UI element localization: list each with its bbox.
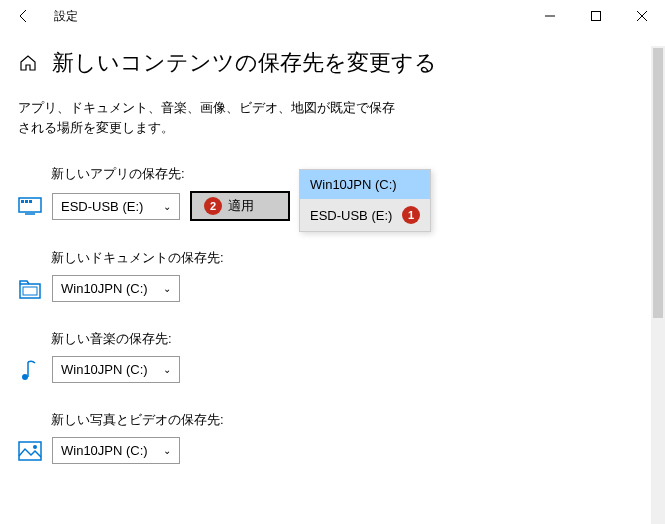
setting-photos: 新しい写真とビデオの保存先: Win10JPN (C:) ⌄ bbox=[18, 411, 647, 464]
dropdown-option[interactable]: ESD-USB (E:) 1 bbox=[300, 199, 430, 231]
svg-rect-5 bbox=[21, 200, 24, 203]
dropdown-menu: Win10JPN (C:) ESD-USB (E:) 1 bbox=[299, 169, 431, 232]
chevron-down-icon: ⌄ bbox=[163, 364, 171, 375]
setting-music: 新しい音楽の保存先: Win10JPN (C:) ⌄ bbox=[18, 330, 647, 383]
apply-label: 適用 bbox=[228, 197, 254, 215]
minimize-button[interactable] bbox=[527, 0, 573, 32]
svg-rect-7 bbox=[29, 200, 32, 203]
dropdown-option[interactable]: Win10JPN (C:) bbox=[300, 170, 430, 199]
home-icon[interactable] bbox=[18, 53, 38, 73]
page-header: 新しいコンテンツの保存先を変更する bbox=[0, 32, 665, 86]
documents-icon bbox=[18, 277, 42, 301]
option-label: ESD-USB (E:) bbox=[310, 208, 392, 223]
option-label: Win10JPN (C:) bbox=[310, 177, 397, 192]
apps-icon bbox=[18, 194, 42, 218]
content-area: アプリ、ドキュメント、音楽、画像、ビデオ、地図が既定で保存される場所を変更します… bbox=[0, 86, 665, 464]
scrollbar-thumb[interactable] bbox=[653, 48, 663, 318]
setting-label: 新しいドキュメントの保存先: bbox=[51, 249, 647, 267]
svg-rect-1 bbox=[592, 12, 601, 21]
chevron-down-icon: ⌄ bbox=[163, 283, 171, 294]
chevron-down-icon: ⌄ bbox=[163, 201, 171, 212]
music-icon bbox=[18, 358, 42, 382]
annotation-badge-2: 2 bbox=[204, 197, 222, 215]
maximize-button[interactable] bbox=[573, 0, 619, 32]
back-button[interactable] bbox=[0, 0, 48, 32]
svg-rect-10 bbox=[23, 287, 37, 295]
description-text: アプリ、ドキュメント、音楽、画像、ビデオ、地図が既定で保存される場所を変更します… bbox=[18, 98, 398, 137]
setting-label: 新しい音楽の保存先: bbox=[51, 330, 647, 348]
svg-rect-6 bbox=[25, 200, 28, 203]
titlebar: 設定 bbox=[0, 0, 665, 32]
music-dropdown[interactable]: Win10JPN (C:) ⌄ bbox=[52, 356, 180, 383]
dropdown-value: Win10JPN (C:) bbox=[61, 362, 148, 377]
svg-point-14 bbox=[33, 445, 37, 449]
annotation-badge-1: 1 bbox=[402, 206, 420, 224]
chevron-down-icon: ⌄ bbox=[163, 445, 171, 456]
photos-icon bbox=[18, 439, 42, 463]
apps-dropdown[interactable]: ESD-USB (E:) ⌄ bbox=[52, 193, 180, 220]
scrollbar[interactable] bbox=[651, 46, 665, 524]
setting-docs: 新しいドキュメントの保存先: Win10JPN (C:) ⌄ bbox=[18, 249, 647, 302]
page-title: 新しいコンテンツの保存先を変更する bbox=[52, 48, 437, 78]
dropdown-value: ESD-USB (E:) bbox=[61, 199, 143, 214]
docs-dropdown[interactable]: Win10JPN (C:) ⌄ bbox=[52, 275, 180, 302]
dropdown-value: Win10JPN (C:) bbox=[61, 281, 148, 296]
setting-label: 新しい写真とビデオの保存先: bbox=[51, 411, 647, 429]
window-controls bbox=[527, 0, 665, 32]
window-title: 設定 bbox=[48, 8, 78, 25]
close-button[interactable] bbox=[619, 0, 665, 32]
apply-button[interactable]: 2 適用 bbox=[190, 191, 290, 221]
svg-point-11 bbox=[22, 374, 28, 380]
dropdown-value: Win10JPN (C:) bbox=[61, 443, 148, 458]
photos-dropdown[interactable]: Win10JPN (C:) ⌄ bbox=[52, 437, 180, 464]
